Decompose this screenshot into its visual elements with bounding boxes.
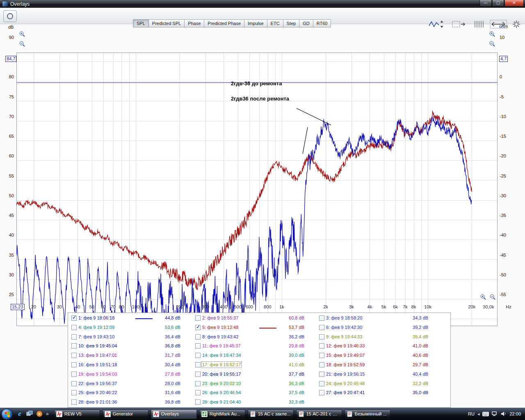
legend-row[interactable]: 17: фев 9 19:52:1741,0 dB bbox=[193, 361, 314, 370]
legend-row[interactable]: 15: фев 9 19:49:0740,6 dB bbox=[317, 351, 438, 361]
measurement-checkbox[interactable] bbox=[71, 325, 77, 330]
legend-row[interactable]: 6: фев 9 19:42:3039,2 dB bbox=[317, 323, 438, 333]
measurement-checkbox[interactable] bbox=[71, 399, 77, 405]
legend-row[interactable]: 19: фев 9 19:54:0327,8 dB bbox=[69, 370, 190, 379]
tray-chevron-icon[interactable]: ◂ bbox=[477, 411, 480, 417]
tab-gd[interactable]: GD bbox=[299, 19, 313, 27]
zoom-in-y-icon[interactable] bbox=[19, 31, 25, 37]
legend-row[interactable]: 3: фев 9 18:58:2034,3 dB bbox=[317, 314, 438, 323]
legend-row[interactable]: 27: фев 9 20:47:4135,0 dB bbox=[317, 388, 438, 398]
measurement-checkbox[interactable] bbox=[71, 315, 77, 321]
measurement-checkbox[interactable] bbox=[71, 372, 77, 377]
legend-row[interactable]: 2: фев 9 18:55:3760,8 dB bbox=[193, 314, 314, 323]
measurement-checkbox[interactable] bbox=[195, 372, 201, 377]
measurement-checkbox[interactable] bbox=[319, 315, 324, 321]
legend-row[interactable]: 26: фев 9 20:46:5437,5 dB bbox=[193, 388, 314, 398]
legend-row[interactable]: 4: фев 9 19:12:0953,6 dB bbox=[69, 323, 190, 333]
legend-row[interactable]: 22: фев 9 19:56:3728,0 dB bbox=[69, 379, 190, 389]
measurement-checkbox[interactable] bbox=[319, 334, 324, 340]
clock[interactable]: 22:00 bbox=[509, 411, 521, 416]
media-player-icon[interactable] bbox=[35, 410, 43, 418]
keyboard-icon[interactable] bbox=[482, 412, 489, 416]
measurement-checkbox[interactable] bbox=[71, 353, 77, 358]
tab-phase[interactable]: Phase bbox=[185, 19, 204, 27]
measurement-checkbox[interactable] bbox=[195, 343, 201, 349]
measurement-checkbox[interactable] bbox=[195, 334, 201, 340]
legend-row[interactable]: 28: фев 9 21:01:3639,8 dB bbox=[69, 398, 190, 407]
measurement-checkbox[interactable] bbox=[319, 343, 324, 349]
measurement-checkbox[interactable] bbox=[71, 390, 77, 395]
zoom-in-x-icon[interactable] bbox=[480, 294, 486, 300]
capture-icon[interactable] bbox=[450, 19, 468, 31]
minimize-button[interactable]: — bbox=[479, 0, 492, 7]
legend-row[interactable]: 12: фев 9 19:46:3341,0 dB bbox=[317, 342, 438, 351]
measurement-checkbox[interactable] bbox=[195, 399, 201, 405]
tab-step[interactable]: Step bbox=[283, 19, 300, 27]
legend-row[interactable]: 14: фев 9 19:47:3439,0 dB bbox=[193, 351, 314, 361]
legend-row[interactable]: 18: фев 9 19:52:5929,7 dB bbox=[317, 361, 438, 370]
legend-row[interactable]: 23: фев 9 20:02:1036,3 dB bbox=[193, 379, 314, 389]
taskbar-button-generator[interactable]: Generator bbox=[103, 409, 148, 419]
taskbar-button-15-ас-с-закле-[interactable]: 15 АС с закле... bbox=[248, 409, 294, 419]
legend-row[interactable]: 24: фев 9 20:45:4832,2 dB bbox=[317, 379, 438, 389]
spl-plot-canvas[interactable] bbox=[16, 52, 498, 326]
language-indicator[interactable]: RU bbox=[468, 411, 475, 416]
fit-width-icon[interactable] bbox=[489, 19, 508, 31]
zoom-out-y-right-icon[interactable] bbox=[489, 41, 495, 47]
zoom-out-x-icon[interactable] bbox=[489, 294, 496, 300]
legend-row[interactable]: 9: фев 9 19:44:3335,4 dB bbox=[317, 333, 438, 342]
volume-icon[interactable] bbox=[501, 411, 507, 416]
taskbar-button-rightmark-au-[interactable]: RightMark Au... bbox=[199, 409, 245, 419]
measurement-checkbox[interactable] bbox=[319, 381, 324, 386]
tab-rt60[interactable]: RT60 bbox=[313, 19, 331, 27]
legend-row[interactable]: 11: фев 9 19:45:3729,8 dB bbox=[193, 342, 314, 351]
start-button[interactable] bbox=[0, 408, 14, 420]
measurement-checkbox[interactable] bbox=[195, 362, 201, 368]
legend-row[interactable]: 7: фев 9 19:43:1036,4 dB bbox=[69, 333, 190, 342]
zoom-out-y-icon[interactable] bbox=[19, 41, 25, 47]
measurement-checkbox[interactable] bbox=[195, 390, 201, 395]
measurement-checkbox[interactable] bbox=[195, 353, 201, 358]
quick-launch-overflow[interactable]: » bbox=[45, 411, 50, 417]
measurement-checkbox[interactable] bbox=[319, 390, 324, 395]
legend-row[interactable]: 10: фев 9 19:45:0436,8 dB bbox=[69, 342, 190, 351]
legend-row[interactable]: 29: фев 9 21:04:4032,3 dB bbox=[193, 398, 314, 407]
legend-row[interactable]: 13: фев 9 19:47:0131,7 dB bbox=[69, 351, 190, 361]
legend-row[interactable]: 21: фев 9 19:56:1540,4 dB bbox=[317, 370, 438, 379]
taskbar-button-rew-v5[interactable]: REW V5 bbox=[54, 409, 100, 419]
taskbar-button-15-ас-201-с-м-[interactable]: 15 АС-201 с м... bbox=[296, 409, 342, 419]
measurement-checkbox[interactable] bbox=[319, 362, 324, 368]
taskbar-button-безымянный-[interactable]: Безымянный ... bbox=[345, 409, 390, 419]
window-switcher-icon[interactable] bbox=[25, 410, 34, 418]
window-titlebar[interactable]: Overlays — ▢ ✕ bbox=[0, 0, 525, 8]
measurement-checkbox[interactable] bbox=[319, 372, 324, 377]
tab-etc[interactable]: ETC bbox=[267, 19, 283, 27]
tab-predicted-spl[interactable]: Predicted SPL bbox=[149, 19, 185, 27]
measurement-checkbox[interactable] bbox=[71, 362, 77, 368]
spectrogram-icon[interactable] bbox=[470, 19, 488, 31]
overlay-traces-icon[interactable] bbox=[427, 19, 445, 31]
legend-row[interactable]: 25: фев 9 20:46:2231,6 dB bbox=[69, 388, 190, 398]
legend-row[interactable]: 20: фев 9 19:55:1737,7 dB bbox=[193, 370, 314, 379]
measurement-checkbox[interactable] bbox=[71, 334, 77, 340]
measurement-checkbox[interactable] bbox=[195, 325, 201, 330]
legend-row[interactable]: 16: фев 9 19:51:1830,4 dB bbox=[69, 361, 190, 370]
tab-predicted-phase[interactable]: Predicted Phase bbox=[204, 19, 244, 27]
legend-row[interactable]: 5: фев 9 19:12:4853,7 dB bbox=[193, 323, 314, 333]
measurement-checkbox[interactable] bbox=[319, 325, 324, 330]
measurement-checkbox[interactable] bbox=[71, 343, 77, 349]
zoom-in-y-right-icon[interactable] bbox=[489, 31, 495, 37]
network-icon[interactable] bbox=[492, 411, 498, 416]
internet-explorer-icon[interactable]: e bbox=[16, 410, 24, 418]
maximize-button[interactable]: ▢ bbox=[492, 0, 504, 7]
input-device-button[interactable] bbox=[3, 10, 17, 22]
measurement-checkbox[interactable] bbox=[71, 381, 77, 386]
legend-row[interactable]: 1: фев 9 18:06:1844,8 dB bbox=[69, 314, 190, 323]
taskbar-button-overlays[interactable]: Overlays bbox=[151, 409, 197, 419]
measurement-checkbox[interactable] bbox=[195, 315, 201, 321]
tab-impulse[interactable]: Impulse bbox=[244, 19, 267, 27]
close-button[interactable]: ✕ bbox=[504, 0, 524, 7]
measurement-checkbox[interactable] bbox=[195, 381, 201, 386]
gear-icon[interactable] bbox=[512, 20, 521, 30]
legend-row[interactable]: 8: фев 9 19:43:4236,2 dB bbox=[193, 333, 314, 342]
